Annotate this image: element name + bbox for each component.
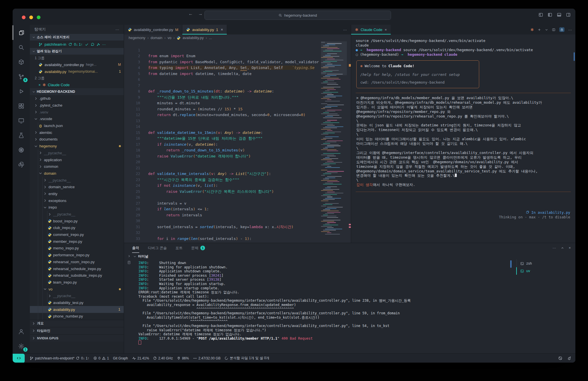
close-icon[interactable]: × xyxy=(38,83,41,87)
window-controls[interactable] xyxy=(22,16,40,19)
tree-item-__pycache__[interactable]: __pycache__ xyxy=(30,150,124,157)
close-tab-icon[interactable]: × xyxy=(221,27,223,32)
tree-item-.venv[interactable]: .venv xyxy=(30,109,124,116)
tab-output[interactable]: 출력 xyxy=(132,243,139,253)
close-tab-icon[interactable]: × xyxy=(385,28,387,32)
layout-grid-icon[interactable] xyxy=(538,12,543,17)
activity-run-debug-icon[interactable] xyxy=(13,84,30,99)
scm-branch-row[interactable]: patch/team-in0↓ 1↑··· xyxy=(30,41,124,48)
history-back-icon[interactable]: ← xyxy=(188,11,193,16)
claude-context-file[interactable]: In availability.py xyxy=(499,210,570,215)
toggle-sidebar-right-icon[interactable] xyxy=(566,12,571,17)
sidebar-section-NVIDIA GPUS[interactable]: NVIDIA GPUS xyxy=(30,334,124,342)
tree-item-documents[interactable]: documents xyxy=(30,136,124,143)
tree-item-.github[interactable]: .github xyxy=(30,95,124,102)
tab-claude-code[interactable]: ✻ Claude Code × xyxy=(351,25,391,34)
tree-item-irepo[interactable]: irepo xyxy=(30,204,124,211)
tree-item-common[interactable]: common xyxy=(30,163,124,170)
status-bar-item[interactable]: 01 xyxy=(91,354,111,363)
copilot-disabled-icon[interactable] xyxy=(556,356,564,360)
tree-item-team_irepo.py[interactable]: team_irepo.py xyxy=(30,279,124,286)
command-center-search[interactable]: hegemony-backend xyxy=(204,11,391,20)
tree-item-__pycache__[interactable]: __pycache__ xyxy=(30,293,124,299)
git-graph-icon[interactable] xyxy=(96,43,100,46)
bell-dot-icon[interactable] xyxy=(565,356,573,360)
minimize-window-button[interactable] xyxy=(29,16,33,19)
maximize-panel-icon[interactable] xyxy=(561,246,564,250)
status-bar-item[interactable]: 2.40 GHz xyxy=(151,354,175,363)
activity-source-control-graph-icon[interactable]: 8 xyxy=(13,69,30,84)
tree-item-application[interactable]: application xyxy=(30,156,124,163)
tab-debug-console[interactable]: 디버그 콘솔 xyxy=(148,243,167,253)
sidebar-section-타임라인[interactable]: 타임라인 xyxy=(30,327,124,334)
breadcrumb[interactable]: hegemony› domain› vo› availability.py› .… xyxy=(124,34,351,41)
more-actions-icon[interactable]: ··· xyxy=(568,28,572,32)
activity-settings-gear-icon[interactable]: 1 xyxy=(13,339,30,353)
tree-item-availability.py[interactable]: availability.py1 xyxy=(30,306,124,313)
open-editors-header[interactable]: 열려 있는 편집기 xyxy=(30,48,124,55)
activity-python-icon[interactable] xyxy=(13,157,30,172)
tree-item-__pycache__[interactable]: __pycache__ xyxy=(30,177,124,184)
terminal-section-header[interactable]: 터미널 xyxy=(133,254,148,259)
plus-icon[interactable] xyxy=(537,28,541,32)
close-panel-icon[interactable]: × xyxy=(569,246,571,250)
status-bar-item[interactable]: patch/team-info-endpoint*0↓ 1↑ xyxy=(28,354,91,363)
terminal-instance-zsh[interactable]: zsh xyxy=(516,260,574,267)
tree-item-rehearsal_substitute_irepo.py[interactable]: rehearsal_substitute_irepo.py xyxy=(30,272,124,279)
tab-availability[interactable]: availability.py 1 × xyxy=(182,25,227,34)
workspace-root-header[interactable]: HEGEMONY-BACKEND xyxy=(30,88,124,95)
tree-item-.pytest_cache[interactable]: .pytest_cache xyxy=(30,102,124,109)
status-bar-item[interactable]: 21.41% xyxy=(130,354,151,363)
scrollbar-thumb[interactable] xyxy=(574,52,575,61)
claude-thinking-status[interactable]: Thinking on · max · /t to disable xyxy=(499,215,570,220)
open-editor-item[interactable]: availability.py hegemony/domai... 1 xyxy=(30,68,124,75)
toggle-panel-icon[interactable] xyxy=(557,12,562,17)
tree-item-phone_number.py[interactable]: phone_number.py xyxy=(30,313,124,320)
tree-item-vo[interactable]: vo xyxy=(30,286,124,293)
activity-account-icon[interactable] xyxy=(13,324,30,339)
scrollbar-thumb[interactable] xyxy=(510,260,512,268)
tab-availability-controller[interactable]: availability_controller.py M xyxy=(124,25,182,34)
close-window-button[interactable] xyxy=(22,16,26,19)
sidebar-more-icon[interactable]: ··· xyxy=(115,27,119,32)
scm-more-icon[interactable]: ··· xyxy=(102,43,106,47)
terminal-output[interactable]: INFO: Shutting downINFO: Waiting for app… xyxy=(138,261,513,353)
tree-item-rehearsal_schedule_irepo.py[interactable]: rehearsal_schedule_irepo.py xyxy=(30,265,124,272)
commit-check-icon[interactable] xyxy=(85,43,89,47)
chevron-down-icon[interactable] xyxy=(545,28,548,31)
activity-explorer-icon[interactable] xyxy=(13,25,30,40)
tree-item-entity[interactable]: entity xyxy=(30,190,124,197)
split-editor-icon[interactable] xyxy=(552,28,556,32)
chevron-right-icon[interactable] xyxy=(127,255,131,258)
status-bar-item[interactable]: 분석할 파일 1개 및 셀 0개 xyxy=(223,354,271,363)
open-editor-item[interactable]: availability_controller.py hege... M xyxy=(30,61,124,68)
status-bar-item[interactable]: Git Graph xyxy=(111,354,130,363)
editor-actions-icon[interactable]: ··· xyxy=(343,25,347,34)
tree-item-exceptions[interactable]: exceptions xyxy=(30,197,124,204)
code-editor[interactable]: 1 from enum import Enum 2 from pydantic … xyxy=(124,41,321,243)
toggle-sidebar-left-icon[interactable] xyxy=(548,12,552,17)
tree-item-memo_irepo.py[interactable]: memo_irepo.py xyxy=(30,245,124,252)
tree-item-performance_irepo.py[interactable]: performance_irepo.py xyxy=(30,252,124,259)
tree-item-.vscode[interactable]: .vscode xyxy=(30,116,124,122)
tree-item-club_irepo.py[interactable]: club_irepo.py xyxy=(30,224,124,231)
activity-remote-explorer-icon[interactable] xyxy=(13,113,30,128)
status-bar-item[interactable]: 86% xyxy=(175,354,191,363)
activity-testing-icon[interactable] xyxy=(13,128,30,143)
history-forward-icon[interactable]: → xyxy=(198,11,203,16)
tree-item-domain[interactable]: domain xyxy=(30,170,124,177)
activity-extensions-icon[interactable] xyxy=(13,99,30,113)
tree-item-hegemony[interactable]: hegemony xyxy=(30,143,124,150)
activity-container-icon[interactable] xyxy=(13,55,30,69)
status-bar-item[interactable]: 2.47/32.00 GB xyxy=(191,354,223,363)
notebook-icon[interactable] xyxy=(127,261,131,264)
tree-item-launch.json[interactable]: {}launch.json xyxy=(30,122,124,129)
scm-section-header[interactable]: 소스 제어: 리포지토리 xyxy=(30,34,124,41)
tab-problems[interactable]: 문제1 xyxy=(191,243,205,253)
refresh-icon[interactable] xyxy=(91,43,94,46)
tree-item-rehearsal_room_irepo.py[interactable]: rehearsal_room_irepo.py xyxy=(30,259,124,265)
zoom-window-button[interactable] xyxy=(37,16,40,19)
activity-search-icon[interactable] xyxy=(13,40,30,55)
tree-item-alembic[interactable]: alembic xyxy=(30,129,124,136)
tree-item-boost_irepo.py[interactable]: boost_irepo.py xyxy=(30,218,124,224)
